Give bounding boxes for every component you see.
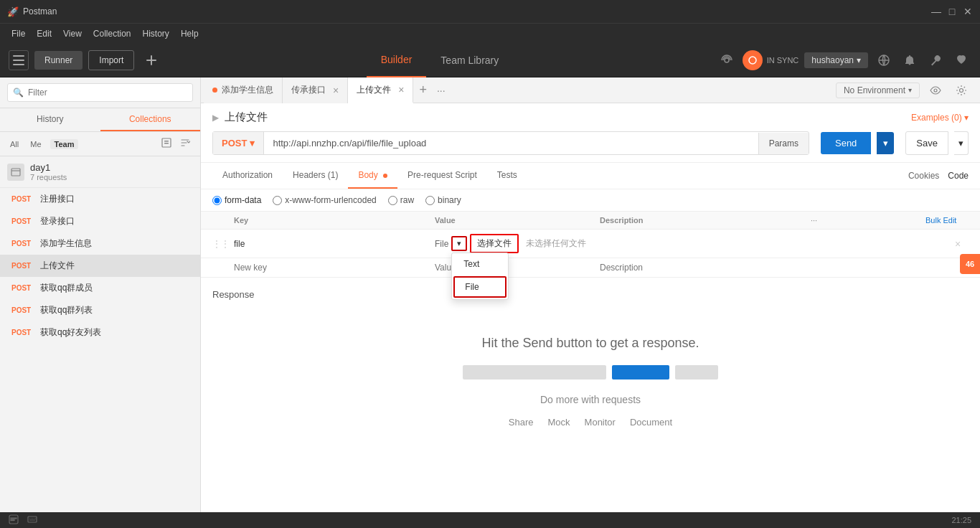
delete-row-button[interactable]: × — [947, 238, 969, 250]
url-input[interactable] — [264, 132, 758, 154]
svg-rect-16 — [11, 520, 14, 521]
sort-btn[interactable] — [177, 136, 193, 151]
sub-tab-prerequest[interactable]: Pre-request Script — [397, 163, 487, 189]
tab-more-button[interactable]: ··· — [433, 85, 450, 96]
method-select[interactable]: POST ▾ — [213, 132, 264, 154]
heart-icon-btn[interactable] — [951, 50, 971, 70]
menu-history[interactable]: History — [137, 24, 175, 44]
new-tab-button[interactable] — [140, 49, 163, 72]
radio-raw-input[interactable] — [388, 196, 397, 205]
list-item-5[interactable]: POST 获取qq群成员 — [0, 277, 200, 299]
radio-raw[interactable]: raw — [388, 195, 414, 205]
user-badge[interactable]: hushaoyan ▾ — [804, 52, 868, 68]
radio-binary[interactable]: binary — [425, 195, 461, 205]
request-tab-1[interactable]: 添加学生信息 — [204, 77, 283, 103]
sub-tab-tests[interactable]: Tests — [487, 163, 527, 189]
close-btn[interactable]: ✕ — [963, 6, 973, 16]
sub-tab-body[interactable]: Body — [348, 163, 397, 189]
new-key-input[interactable] — [234, 263, 435, 273]
tab-close-2[interactable]: × — [333, 85, 339, 95]
send-dropdown-button[interactable]: ▾ — [877, 132, 894, 154]
side-panel-btn[interactable]: 46 — [960, 254, 980, 274]
drag-handle[interactable]: ⋮⋮ — [212, 239, 234, 249]
list-item-4[interactable]: POST 上传文件 — [0, 255, 200, 277]
filter-team[interactable]: Team — [50, 139, 79, 149]
params-button[interactable]: Params — [758, 133, 809, 154]
toolbar-right: IN SYNC hushaoyan ▾ — [717, 50, 971, 70]
collection-item-day1[interactable]: day1 7 requests — [0, 156, 200, 188]
filter-all[interactable]: All — [7, 138, 22, 150]
tab-label-2: 传承接口 — [291, 84, 326, 96]
header-key: Key — [234, 216, 435, 225]
menu-help[interactable]: Help — [175, 24, 204, 44]
antenna-icon-btn[interactable] — [717, 50, 737, 70]
radio-urlencoded[interactable]: x-www-form-urlencoded — [273, 195, 376, 205]
wrench-icon-btn[interactable] — [925, 50, 946, 70]
radio-form-data[interactable]: form-data — [212, 195, 261, 205]
send-button[interactable]: Send — [821, 132, 871, 154]
filter-me[interactable]: Me — [27, 138, 44, 150]
dropdown-item-file[interactable]: File — [453, 276, 507, 298]
import-button[interactable]: Import — [88, 50, 134, 70]
bulk-edit-link[interactable]: Bulk Edit — [925, 216, 969, 225]
save-dropdown-button[interactable]: ▾ — [954, 131, 969, 155]
minimize-btn[interactable]: — — [931, 6, 941, 16]
radio-form-data-input[interactable] — [212, 196, 222, 205]
dropdown-item-text[interactable]: Text — [452, 253, 508, 275]
sidebar-tab-collections[interactable]: Collections — [100, 108, 201, 131]
list-item-1[interactable]: POST 注册接口 — [0, 188, 200, 210]
sync-label: IN SYNC — [767, 56, 799, 65]
tab-builder[interactable]: Builder — [367, 43, 427, 77]
sub-tab-authorization[interactable]: Authorization — [212, 163, 283, 189]
radio-binary-input[interactable] — [425, 196, 435, 205]
svg-point-12 — [934, 89, 937, 92]
item-name: 获取qq好友列表 — [40, 326, 101, 339]
menu-file[interactable]: File — [6, 24, 31, 44]
examples-link[interactable]: Examples (0) ▾ — [911, 113, 969, 123]
gear-icon-btn[interactable] — [951, 80, 971, 100]
choose-file-button[interactable]: 选择文件 — [470, 234, 519, 253]
list-item-2[interactable]: POST 登录接口 — [0, 210, 200, 232]
maximize-btn[interactable]: □ — [947, 6, 957, 16]
collection-name: day1 — [30, 162, 193, 173]
sidebar-toggle-btn[interactable] — [9, 50, 29, 70]
resp-btn-share[interactable]: Share — [509, 417, 534, 428]
save-button[interactable]: Save — [905, 131, 948, 155]
tab-close-3[interactable]: × — [398, 85, 404, 95]
list-item-6[interactable]: POST 获取qq群列表 — [0, 299, 200, 321]
resp-btn-document[interactable]: Document — [630, 417, 672, 428]
globe-icon-btn[interactable] — [874, 50, 894, 70]
file-dropdown-button[interactable]: ▾ — [451, 236, 467, 251]
right-panel-toggle[interactable]: 46 — [960, 254, 980, 274]
resp-btn-mock[interactable]: Mock — [548, 417, 570, 428]
app-logo: 🚀 — [7, 6, 19, 17]
list-item-7[interactable]: POST 获取qq好友列表 — [0, 321, 200, 344]
eye-icon-btn[interactable] — [925, 80, 946, 100]
menu-collection[interactable]: Collection — [88, 24, 137, 44]
radio-urlencoded-input[interactable] — [273, 196, 282, 205]
request-tab-2[interactable]: 传承接口 × — [283, 77, 348, 103]
list-item-3[interactable]: POST 添加学生信息 — [0, 232, 200, 255]
code-link[interactable]: Code — [948, 171, 969, 181]
response-bars — [463, 365, 718, 380]
url-bar: POST ▾ Params — [212, 131, 809, 155]
method-badge: POST — [11, 329, 34, 336]
runner-button[interactable]: Runner — [34, 51, 83, 70]
bell-icon-btn[interactable] — [900, 50, 920, 70]
new-collection-btn[interactable] — [159, 136, 174, 151]
menu-view[interactable]: View — [57, 24, 88, 44]
resp-btn-monitor[interactable]: Monitor — [585, 417, 616, 428]
sidebar-tab-history[interactable]: History — [0, 108, 100, 131]
environment-select[interactable]: No Environment ▾ — [836, 82, 920, 98]
sub-tab-headers[interactable]: Headers (1) — [283, 163, 348, 189]
filter-input[interactable] — [7, 83, 193, 102]
cookies-link[interactable]: Cookies — [908, 171, 939, 181]
request-tab-3[interactable]: 上传文件 × — [348, 77, 413, 103]
dropdown-menu: Text File — [451, 253, 509, 300]
dropdown-current-value: ▾ — [457, 239, 461, 248]
tab-team-library[interactable]: Team Library — [426, 43, 513, 77]
tab-add-button[interactable]: + — [413, 82, 433, 98]
menu-edit[interactable]: Edit — [31, 24, 57, 44]
new-desc-input[interactable] — [600, 263, 947, 273]
collapse-arrow[interactable]: ▶ — [212, 113, 219, 123]
